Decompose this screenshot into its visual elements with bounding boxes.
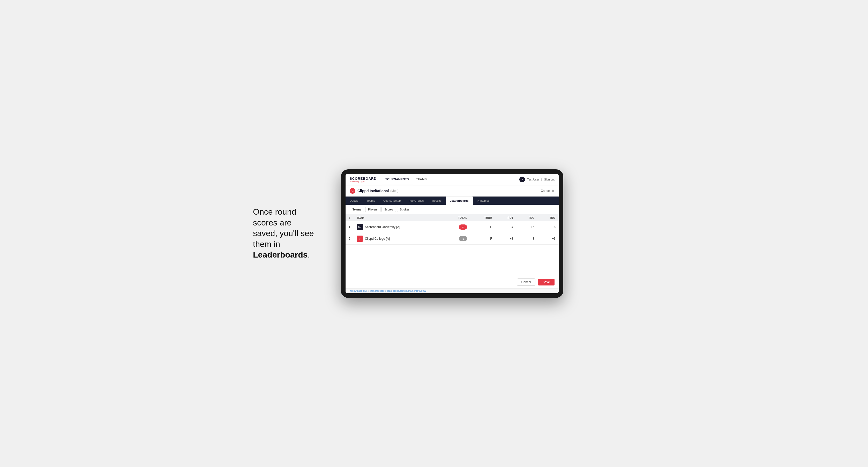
nav-separator: |: [541, 178, 542, 181]
team-cell: SU Scoreboard University [A]: [353, 221, 443, 233]
nav-right: S Test User | Sign out: [519, 177, 555, 182]
team-name: Clippd College [A]: [365, 237, 390, 241]
filter-teams-button[interactable]: Teams: [350, 207, 364, 212]
close-icon: ✕: [551, 189, 555, 193]
col-thru: THRU: [470, 214, 495, 221]
rd2-cell: +5: [516, 221, 537, 233]
rank-cell: 2: [345, 233, 353, 244]
tablet-screen: SCOREBOARD Powered by clippd TOURNAMENTS…: [345, 174, 559, 293]
logo-brand: clippd: [360, 181, 365, 182]
logo: SCOREBOARD Powered by clippd: [350, 177, 377, 182]
score-badge: -5: [459, 224, 467, 229]
score-badge: +3: [459, 236, 467, 241]
desc-line4: them in: [253, 240, 280, 249]
url-text: https://stage-blue-coach.stagescoreboard…: [350, 290, 426, 292]
tab-tee-groups[interactable]: Tee Groups: [405, 196, 428, 205]
rd1-cell: -4: [495, 221, 517, 233]
total-cell: +3: [443, 233, 470, 244]
rd2-cell: -8: [516, 233, 537, 244]
left-description: Once round scores are saved, you'll see …: [253, 207, 326, 260]
tab-teams[interactable]: Teams: [363, 196, 379, 205]
tournament-sub: (Men): [390, 189, 398, 193]
user-name: Test User: [527, 178, 539, 181]
bottom-bar: Cancel Save: [345, 276, 559, 288]
leaderboard-content: # TEAM TOTAL THRU RD1 RD2 RD3 1 SU: [345, 214, 559, 276]
logo-sub-prefix: Powered by: [350, 181, 360, 182]
col-team: TEAM: [353, 214, 443, 221]
nav-teams[interactable]: TEAMS: [412, 174, 430, 185]
save-button[interactable]: Save: [538, 279, 555, 285]
rank-cell: 1: [345, 221, 353, 233]
team-logo: C: [356, 236, 363, 242]
logo-title: SCOREBOARD: [350, 177, 377, 181]
tournament-name: Clippd Invitational: [358, 189, 389, 193]
desc-bold: Leaderboards: [253, 250, 308, 259]
col-rank: #: [345, 214, 353, 221]
thru-cell: F: [470, 221, 495, 233]
top-navigation: SCOREBOARD Powered by clippd TOURNAMENTS…: [345, 174, 559, 185]
team-cell: C Clippd College [A]: [353, 233, 443, 244]
nav-tournaments[interactable]: TOURNAMENTS: [382, 174, 412, 185]
nav-links: TOURNAMENTS TEAMS: [382, 174, 430, 185]
tab-course-setup[interactable]: Course Setup: [379, 196, 405, 205]
filter-players-button[interactable]: Players: [365, 207, 380, 212]
tab-navigation: Details Teams Course Setup Tee Groups Re…: [345, 196, 559, 205]
tab-details[interactable]: Details: [345, 196, 363, 205]
rd1-cell: +8: [495, 233, 517, 244]
leaderboard-table: # TEAM TOTAL THRU RD1 RD2 RD3 1 SU: [345, 214, 559, 245]
col-rd3: RD3: [537, 214, 559, 221]
total-cell: -5: [443, 221, 470, 233]
table-row: 1 SU Scoreboard University [A] -5 F -4 +…: [345, 221, 559, 233]
cancel-button[interactable]: Cancel: [517, 279, 535, 286]
filter-scores-button[interactable]: Scores: [381, 207, 396, 212]
sign-out-link[interactable]: Sign out: [544, 178, 555, 181]
thru-cell: F: [470, 233, 495, 244]
col-total: TOTAL: [443, 214, 470, 221]
tournament-header: C Clippd Invitational (Men) Cancel ✕: [345, 185, 559, 196]
team-logo: SU: [356, 224, 363, 230]
desc-line1: Once round: [253, 207, 296, 216]
tab-results[interactable]: Results: [428, 196, 446, 205]
empty-space: [345, 245, 559, 276]
tournament-icon: C: [350, 188, 355, 194]
desc-line2: scores are: [253, 218, 291, 227]
cancel-tournament-button[interactable]: Cancel ✕: [541, 189, 555, 193]
col-rd2: RD2: [516, 214, 537, 221]
url-bar: https://stage-blue-coach.stagescoreboard…: [345, 288, 559, 293]
tab-printables[interactable]: Printables: [473, 196, 494, 205]
col-rd1: RD1: [495, 214, 517, 221]
user-avatar: S: [519, 177, 525, 182]
filter-row: Teams Players Scores Strokes: [345, 205, 559, 214]
tab-leaderboards[interactable]: Leaderboards: [446, 196, 473, 205]
tablet-device: SCOREBOARD Powered by clippd TOURNAMENTS…: [341, 169, 563, 298]
desc-line3: saved, you'll see: [253, 228, 314, 238]
rd3-cell: +3: [537, 233, 559, 244]
rd3-cell: -6: [537, 221, 559, 233]
team-name: Scoreboard University [A]: [365, 225, 400, 229]
desc-end: .: [308, 250, 310, 259]
table-header-row: # TEAM TOTAL THRU RD1 RD2 RD3: [345, 214, 559, 221]
logo-subtitle: Powered by clippd: [350, 181, 377, 182]
table-row: 2 C Clippd College [A] +3 F +8 -8 +3: [345, 233, 559, 244]
filter-strokes-button[interactable]: Strokes: [397, 207, 412, 212]
